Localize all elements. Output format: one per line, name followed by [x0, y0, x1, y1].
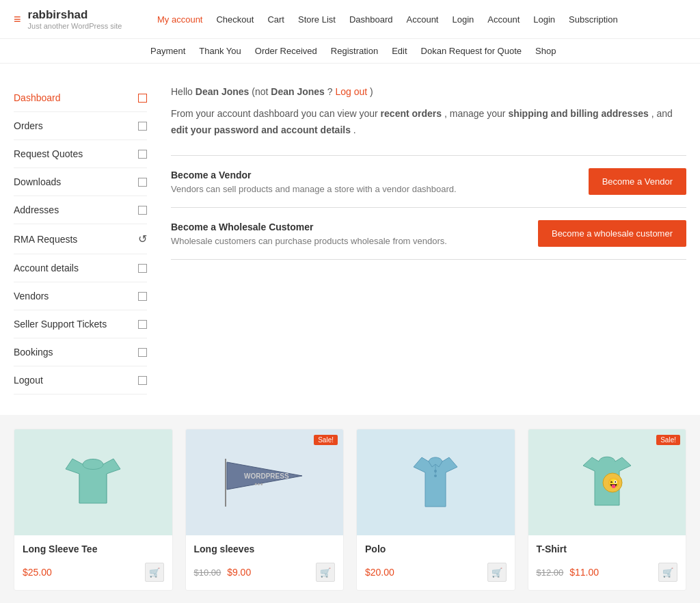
sidebar-item-bookings[interactable]: Bookings: [14, 338, 147, 366]
product-card-long-sleeve-tee: Long Sleeve Tee $25.00 🛒: [14, 429, 173, 591]
nav-order-received[interactable]: Order Received: [248, 39, 324, 63]
rma-refresh-icon: ↺: [138, 232, 147, 245]
become-wholesale-info: Become a Wholesale Customer Wholesale cu…: [171, 222, 447, 246]
greeting-desc-2: , manage your: [444, 108, 508, 119]
sidebar-item-orders[interactable]: Orders: [14, 112, 147, 140]
sidebar-item-downloads[interactable]: Downloads: [14, 168, 147, 196]
greeting-user: Dean Jones: [196, 86, 250, 97]
nav-login-1[interactable]: Login: [445, 10, 481, 29]
greeting-not-text: (not: [252, 86, 271, 97]
become-wholesale-title: Become a Wholesale Customer: [171, 222, 447, 232]
sale-badge-tshirt: Sale!: [656, 435, 680, 445]
sale-badge-long-sleeves: Sale!: [314, 435, 338, 445]
recent-orders-text: recent orders: [381, 108, 442, 119]
become-wholesale-desc: Wholesale customers can purchase product…: [171, 236, 447, 246]
svg-point-5: [434, 470, 437, 472]
header: ≡ rabbirshad Just another WordPress site…: [0, 0, 700, 64]
account-details-icon: [138, 264, 147, 273]
nav-subscription[interactable]: Subscription: [562, 10, 625, 29]
become-wholesale-card: Become a Wholesale Customer Wholesale cu…: [171, 208, 686, 260]
product-price-long-sleeve-tee: $25.00: [23, 567, 52, 578]
sidebar-label-bookings: Bookings: [14, 347, 53, 358]
sidebar-item-request-quotes[interactable]: Request Quotes: [14, 140, 147, 168]
svg-point-6: [434, 474, 437, 477]
product-body-polo: Polo $20.00 🛒: [357, 535, 515, 590]
greeting-period: .: [353, 124, 356, 135]
sidebar-label-dashboard: Dashboard: [14, 92, 61, 103]
logout-link[interactable]: Log out: [335, 86, 367, 97]
sidebar-label-seller-support-tickets: Seller Support Tickets: [14, 319, 107, 330]
product-card-long-sleeves: Sale! WORDPRESS ●●● Long sleeves $10.00 …: [185, 429, 345, 591]
seller-support-icon: [138, 320, 147, 329]
add-to-cart-long-sleeve-tee[interactable]: 🛒: [145, 563, 164, 582]
become-vendor-title: Become a Vendor: [171, 170, 457, 180]
bookings-icon: [138, 348, 147, 357]
product-old-price-long-sleeves: $10.00: [194, 567, 221, 578]
nav-edit[interactable]: Edit: [385, 39, 414, 63]
products-section: Long Sleeve Tee $25.00 🛒 Sale! WORDPRESS…: [0, 415, 700, 603]
nav-my-account[interactable]: My account: [150, 10, 209, 29]
svg-text:●●●: ●●●: [254, 481, 263, 486]
product-image-polo: [357, 429, 515, 535]
nav-registration[interactable]: Registration: [324, 39, 385, 63]
nav-dashboard[interactable]: Dashboard: [342, 10, 400, 29]
become-vendor-button[interactable]: Become a Vendor: [589, 168, 686, 195]
addresses-icon: [138, 206, 147, 215]
greeting-q: ?: [327, 86, 336, 97]
edit-password-text: edit your password and account details: [171, 124, 351, 135]
nav-account-2[interactable]: Account: [481, 10, 526, 29]
add-to-cart-tshirt[interactable]: 🛒: [658, 563, 677, 582]
logout-icon: [138, 376, 147, 385]
sidebar-label-account-details: Account details: [14, 263, 79, 273]
downloads-icon: [138, 178, 147, 187]
sidebar-label-logout: Logout: [14, 375, 43, 386]
polo-illustration: [401, 445, 470, 520]
product-image-tshirt: Sale! 😜: [528, 429, 686, 535]
request-quotes-icon: [138, 150, 147, 159]
sidebar-item-rma-requests[interactable]: RMA Requests ↺: [14, 224, 147, 254]
nav-checkout[interactable]: Checkout: [209, 10, 260, 29]
product-body-tshirt: T-Shirt $12.00 $11.00 🛒: [528, 535, 686, 590]
greeting-close: ): [370, 86, 373, 97]
sidebar-item-account-details[interactable]: Account details: [14, 254, 147, 282]
sidebar-item-logout[interactable]: Logout: [14, 366, 147, 394]
nav-login-2[interactable]: Login: [526, 10, 562, 29]
nav-shop[interactable]: Shop: [528, 39, 563, 63]
nav-dokan-rfq[interactable]: Dokan Request for Quote: [414, 39, 528, 63]
product-old-price-tshirt: $12.00: [537, 567, 564, 578]
add-to-cart-long-sleeves[interactable]: 🛒: [316, 563, 335, 582]
nav-payment[interactable]: Payment: [144, 39, 192, 63]
add-to-cart-polo[interactable]: 🛒: [487, 563, 507, 582]
product-image-long-sleeve-tee: [14, 429, 172, 535]
nav-thank-you[interactable]: Thank You: [192, 39, 247, 63]
sidebar-label-orders: Orders: [14, 120, 43, 131]
greeting-block: Hello Dean Jones (not Dean Jones ? Log o…: [171, 84, 686, 138]
sidebar-label-request-quotes: Request Quotes: [14, 148, 83, 159]
become-vendor-card: Become a Vendor Vendors can sell product…: [171, 155, 686, 208]
nav-store-list[interactable]: Store List: [291, 10, 342, 29]
site-tagline: Just another WordPress site: [28, 22, 122, 30]
menu-icon[interactable]: ≡: [14, 12, 21, 27]
product-price-long-sleeves: $9.00: [227, 567, 251, 578]
long-sleeve-tee-illustration: [55, 445, 131, 520]
nav-account-1[interactable]: Account: [400, 10, 446, 29]
sidebar-item-seller-support-tickets[interactable]: Seller Support Tickets: [14, 310, 147, 338]
product-name-long-sleeve-tee: Long Sleeve Tee: [23, 544, 164, 554]
dashboard-icon: [138, 94, 147, 103]
nav-top: My account Checkout Cart Store List Dash…: [150, 10, 625, 29]
tshirt-illustration: 😜: [573, 445, 641, 520]
sidebar-label-addresses: Addresses: [14, 204, 59, 215]
svg-text:WORDPRESS: WORDPRESS: [244, 472, 289, 480]
sidebar-item-vendors[interactable]: Vendors: [14, 282, 147, 310]
become-wholesale-button[interactable]: Become a wholesale customer: [538, 220, 686, 247]
greeting-desc-1: From your account dashboard you can view…: [171, 108, 381, 119]
vendor-section: Become a Vendor Vendors can sell product…: [171, 155, 686, 260]
greeting-hello: Hello: [171, 86, 196, 97]
sidebar-item-addresses[interactable]: Addresses: [14, 196, 147, 224]
sidebar-item-dashboard[interactable]: Dashboard: [14, 84, 147, 112]
greeting-desc-3: , and: [651, 108, 673, 119]
greeting-not-user: Dean Jones: [271, 86, 325, 97]
site-name: rabbirshad: [28, 8, 122, 22]
nav-second-row: Payment Thank You Order Received Registr…: [0, 38, 700, 63]
nav-cart[interactable]: Cart: [260, 10, 291, 29]
